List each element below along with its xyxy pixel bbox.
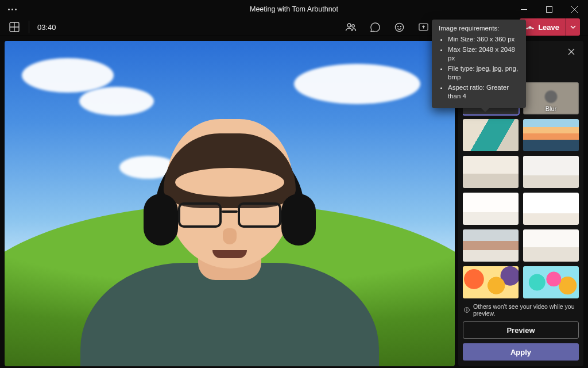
- chat-icon[interactable]: [369, 21, 381, 33]
- close-window-button[interactable]: [562, 0, 587, 18]
- reactions-icon[interactable]: [393, 21, 405, 33]
- chevron-down-icon: [570, 24, 576, 30]
- participant-video: [80, 102, 379, 366]
- hangup-icon: [525, 22, 535, 32]
- background-grid: Blur: [463, 82, 579, 298]
- blur-label: Blur: [546, 105, 557, 112]
- meeting-timer: 03:40: [37, 23, 56, 32]
- preview-info: Others won't see your video while you pr…: [463, 303, 579, 317]
- background-option-4[interactable]: [523, 119, 579, 151]
- background-option-11[interactable]: [463, 266, 519, 298]
- close-panel-button[interactable]: [566, 47, 577, 57]
- participants-icon[interactable]: [345, 21, 357, 33]
- main-video: [5, 41, 455, 366]
- background-option-3[interactable]: [463, 119, 519, 151]
- leave-button[interactable]: Leave: [520, 18, 580, 36]
- svg-rect-0: [546, 6, 552, 12]
- background-option-12[interactable]: [523, 266, 579, 298]
- title-bar: Meeting with Tom Arbuthnot: [0, 0, 588, 18]
- tooltip-item: Max Size: 2048 x 2048 px: [448, 45, 519, 63]
- leave-caret-button[interactable]: [565, 18, 580, 36]
- maximize-button[interactable]: [536, 0, 562, 18]
- info-icon: [464, 306, 470, 313]
- tooltip-item: Min Size: 360 x 360 px: [448, 35, 519, 44]
- background-option-6[interactable]: [523, 156, 579, 188]
- background-option-10[interactable]: [523, 229, 579, 262]
- svg-point-9: [466, 308, 467, 309]
- svg-point-4: [395, 23, 403, 31]
- close-icon: [568, 48, 575, 55]
- svg-rect-10: [467, 309, 467, 311]
- window-title: Meeting with Tom Arbuthnot: [250, 5, 338, 13]
- layout-icon[interactable]: [8, 21, 21, 33]
- minimize-button[interactable]: [511, 0, 536, 18]
- more-menu-icon[interactable]: [6, 6, 19, 13]
- svg-point-5: [397, 26, 398, 26]
- svg-point-6: [400, 26, 401, 26]
- background-option-blur[interactable]: Blur: [523, 82, 579, 114]
- preview-info-text: Others won't see your video while you pr…: [473, 303, 578, 317]
- preview-button[interactable]: Preview: [463, 321, 579, 339]
- tooltip-item: File type: jpeg, jpg, png, bmp: [448, 64, 519, 82]
- app-window: Meeting with Tom Arbuthnot 03:40: [0, 0, 588, 368]
- image-requirements-tooltip: Image requirements: Min Size: 360 x 360 …: [432, 20, 526, 108]
- tooltip-title: Image requirements:: [439, 25, 519, 32]
- leave-label: Leave: [538, 23, 559, 32]
- background-option-5[interactable]: [463, 156, 519, 188]
- background-option-7[interactable]: [463, 193, 519, 225]
- background-option-9[interactable]: [463, 229, 519, 262]
- divider: [29, 21, 29, 33]
- background-option-8[interactable]: [523, 193, 579, 225]
- svg-point-3: [352, 25, 355, 28]
- tooltip-item: Aspect ratio: Greater than 4: [448, 83, 519, 101]
- apply-button[interactable]: Apply: [463, 343, 579, 361]
- svg-point-2: [347, 24, 351, 27]
- share-screen-icon[interactable]: [417, 21, 430, 33]
